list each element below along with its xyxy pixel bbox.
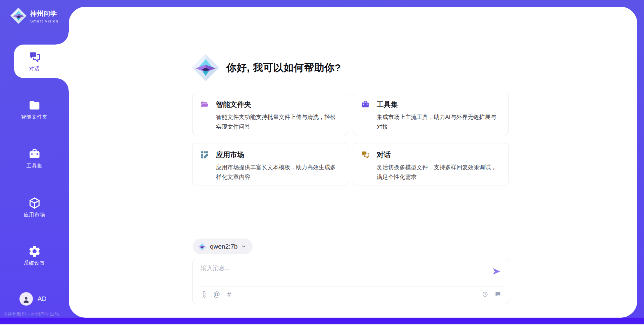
bottom-accent-strip	[0, 318, 644, 324]
logo-diamond-icon	[10, 7, 27, 24]
model-selector[interactable]: qwen2:7b	[193, 239, 253, 254]
toolbox-icon	[361, 100, 370, 109]
sidebar-item-label: 工具集	[0, 163, 69, 169]
send-icon	[491, 266, 501, 276]
card-app-market[interactable]: 应用市场 应用市场提供丰富长文本模板，助力高效生成多样化文章内容	[192, 143, 348, 185]
sidebar-item-app-market[interactable]: 应用市场	[0, 196, 69, 218]
sidebar-item-label: 对话	[0, 66, 69, 72]
sidebar: 神州问学 Smart Vision 对话 智能文件夹 工具集 应用市场 系统设置	[0, 0, 69, 325]
user-account[interactable]: AD	[19, 292, 46, 306]
comment-icon[interactable]	[494, 290, 501, 298]
card-toolset[interactable]: 工具集 集成市场上主流工具，助力AI与外界无缝扩展与对接	[353, 93, 509, 135]
composer-right-toolbar	[481, 290, 501, 298]
apps-grid-icon	[200, 150, 209, 159]
card-title: 智能文件夹	[216, 100, 251, 109]
user-label: AD	[38, 295, 46, 303]
logo-diamond-icon	[197, 242, 207, 251]
card-description: 智能文件夹功能支持批量文件上传与清洗，轻松实现文件问答	[216, 112, 340, 132]
logo-diamond-icon	[192, 54, 220, 82]
card-smart-folder[interactable]: 智能文件夹 智能文件夹功能支持批量文件上传与清洗，轻松实现文件问答	[192, 93, 348, 135]
app-window: 你好, 我可以如何帮助你? 智能文件夹 智能文件夹功能支持批量文件上传与清洗，轻…	[0, 0, 644, 325]
chat-icon	[28, 50, 41, 64]
chat-icon	[361, 150, 370, 159]
card-description: 灵活切换多模型文件，支持多样回复效果调试，满足个性化需求	[377, 162, 500, 182]
card-title: 应用市场	[216, 150, 244, 159]
hash-icon[interactable]: #	[225, 290, 233, 298]
main-content-panel: 你好, 我可以如何帮助你? 智能文件夹 智能文件夹功能支持批量文件上传与清洗，轻…	[69, 7, 637, 318]
sidebar-item-label: 系统设置	[0, 260, 69, 266]
sidebar-item-toolset[interactable]: 工具集	[0, 147, 69, 169]
card-title: 工具集	[377, 100, 398, 109]
message-composer: @ #	[192, 259, 509, 304]
toolbox-icon	[28, 147, 41, 161]
copyright-footer: ©神州数码 · 神州问学出品	[4, 311, 59, 317]
card-title: 对话	[377, 150, 391, 159]
at-icon[interactable]: @	[213, 290, 220, 298]
folder-open-icon	[200, 100, 209, 109]
feature-cards: 智能文件夹 智能文件夹功能支持批量文件上传与清洗，轻松实现文件问答 工具集 集成…	[192, 93, 509, 185]
model-name: qwen2:7b	[210, 243, 237, 250]
sidebar-item-label: 应用市场	[0, 212, 69, 218]
card-description: 应用市场提供丰富长文本模板，助力高效生成多样化文章内容	[216, 162, 340, 182]
sidebar-item-smart-folder[interactable]: 智能文件夹	[0, 99, 69, 120]
bottom-edge	[0, 324, 644, 325]
chevron-down-icon	[241, 244, 247, 249]
brand-name: 神州问学	[30, 9, 58, 18]
card-description: 集成市场上主流工具，助力AI与外界无缝扩展与对接	[377, 112, 500, 132]
cube-icon	[28, 196, 41, 210]
paperclip-icon[interactable]	[201, 290, 208, 298]
sidebar-item-label: 智能文件夹	[0, 114, 69, 120]
message-input[interactable]	[201, 264, 479, 283]
history-icon[interactable]	[481, 290, 489, 298]
folder-icon	[28, 99, 41, 112]
composer-toolbar: @ #	[201, 290, 233, 298]
sidebar-item-chat[interactable]: 对话	[0, 50, 69, 72]
composer-divider	[198, 286, 503, 286]
sidebar-item-settings[interactable]: 系统设置	[0, 245, 69, 266]
avatar	[19, 292, 33, 306]
greeting-block: 你好, 我可以如何帮助你?	[192, 54, 341, 82]
brand-subtitle: Smart Vision	[30, 19, 58, 23]
brand-block: 神州问学 Smart Vision	[10, 7, 58, 24]
card-chat[interactable]: 对话 灵活切换多模型文件，支持多样回复效果调试，满足个性化需求	[353, 143, 509, 185]
send-button[interactable]	[491, 266, 501, 276]
user-avatar-icon	[22, 295, 31, 304]
gear-icon	[28, 245, 41, 258]
greeting-title: 你好, 我可以如何帮助你?	[226, 61, 341, 75]
